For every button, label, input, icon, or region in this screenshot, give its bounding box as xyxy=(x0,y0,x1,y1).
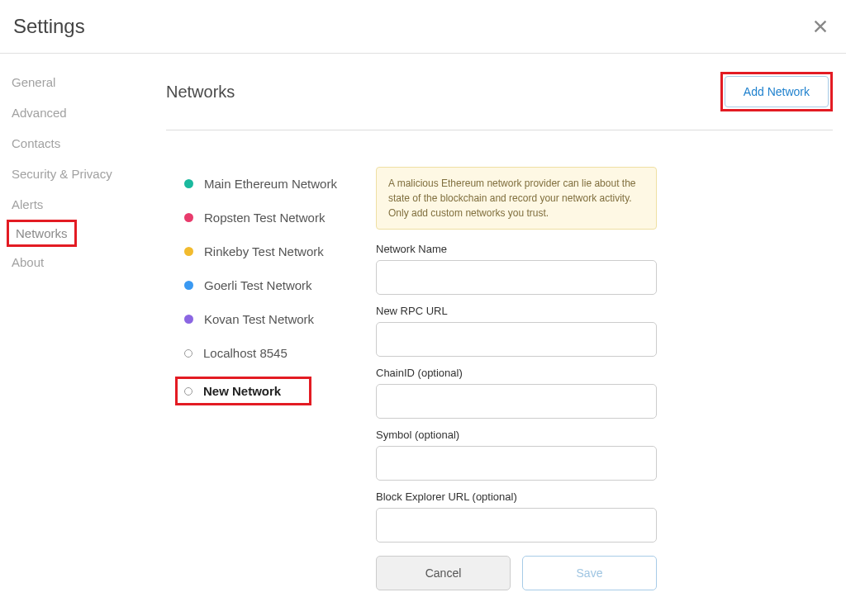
symbol-label: Symbol (optional) xyxy=(376,429,657,441)
network-name-input[interactable] xyxy=(376,260,657,295)
sidebar: General Advanced Contacts Security & Pri… xyxy=(0,67,153,590)
field-symbol: Symbol (optional) xyxy=(376,429,657,481)
network-list: Main Ethereum Network Ropsten Test Netwo… xyxy=(184,167,376,590)
content: Networks Add Network Main Ethereum Netwo… xyxy=(153,67,846,590)
network-dot-icon xyxy=(184,247,193,256)
network-label: Kovan Test Network xyxy=(204,312,314,326)
network-item-kovan[interactable]: Kovan Test Network xyxy=(184,302,376,336)
warning-banner: A malicious Ethereum network provider ca… xyxy=(376,167,657,230)
field-chain-id: ChainID (optional) xyxy=(376,367,657,419)
network-label: Goerli Test Network xyxy=(204,278,312,292)
chain-id-input[interactable] xyxy=(376,384,657,419)
network-item-goerli[interactable]: Goerli Test Network xyxy=(184,268,376,302)
symbol-input[interactable] xyxy=(376,446,657,481)
network-name-label: Network Name xyxy=(376,243,657,255)
network-item-main[interactable]: Main Ethereum Network xyxy=(184,167,376,201)
network-item-rinkeby[interactable]: Rinkeby Test Network xyxy=(184,235,376,268)
page-title: Settings xyxy=(13,15,85,38)
sidebar-item-security[interactable]: Security & Privacy xyxy=(12,159,112,189)
network-label: Ropsten Test Network xyxy=(204,211,325,225)
sidebar-item-contacts[interactable]: Contacts xyxy=(12,128,60,159)
settings-body: General Advanced Contacts Security & Pri… xyxy=(0,54,846,590)
network-label: Localhost 8545 xyxy=(203,346,288,360)
network-label: Main Ethereum Network xyxy=(204,177,337,191)
form-buttons: Cancel Save xyxy=(376,556,657,590)
content-body: Main Ethereum Network Ropsten Test Netwo… xyxy=(166,130,833,590)
field-network-name: Network Name xyxy=(376,243,657,295)
rpc-url-input[interactable] xyxy=(376,322,657,357)
explorer-label: Block Explorer URL (optional) xyxy=(376,490,657,503)
network-label: New Network xyxy=(203,384,281,398)
rpc-url-label: New RPC URL xyxy=(376,305,657,317)
sidebar-item-alerts[interactable]: Alerts xyxy=(12,189,43,220)
sidebar-item-about[interactable]: About xyxy=(12,247,44,277)
network-item-ropsten[interactable]: Ropsten Test Network xyxy=(184,201,376,235)
save-button[interactable]: Save xyxy=(522,556,657,590)
network-dot-icon xyxy=(184,213,193,222)
network-label: Rinkeby Test Network xyxy=(204,244,324,258)
field-explorer: Block Explorer URL (optional) xyxy=(376,490,657,543)
add-network-highlight: Add Network xyxy=(720,72,833,111)
settings-header: Settings xyxy=(0,0,846,54)
field-rpc-url: New RPC URL xyxy=(376,305,657,357)
network-ring-icon xyxy=(184,387,192,396)
network-dot-icon xyxy=(184,315,193,324)
close-icon[interactable] xyxy=(811,17,829,36)
content-header: Networks Add Network xyxy=(166,72,833,130)
network-item-localhost[interactable]: Localhost 8545 xyxy=(184,336,376,370)
warning-text: A malicious Ethereum network provider ca… xyxy=(388,176,644,220)
sidebar-item-networks[interactable]: Networks xyxy=(7,220,77,247)
network-form: A malicious Ethereum network provider ca… xyxy=(376,167,657,590)
content-title: Networks xyxy=(166,83,235,102)
network-dot-icon xyxy=(184,281,193,290)
sidebar-item-general[interactable]: General xyxy=(12,67,55,97)
chain-id-label: ChainID (optional) xyxy=(376,367,657,379)
network-ring-icon xyxy=(184,349,192,358)
add-network-button[interactable]: Add Network xyxy=(725,76,829,107)
network-dot-icon xyxy=(184,179,193,188)
explorer-input[interactable] xyxy=(376,508,657,543)
network-item-new[interactable]: New Network xyxy=(175,377,311,405)
cancel-button[interactable]: Cancel xyxy=(376,556,511,590)
sidebar-item-advanced[interactable]: Advanced xyxy=(12,97,67,128)
